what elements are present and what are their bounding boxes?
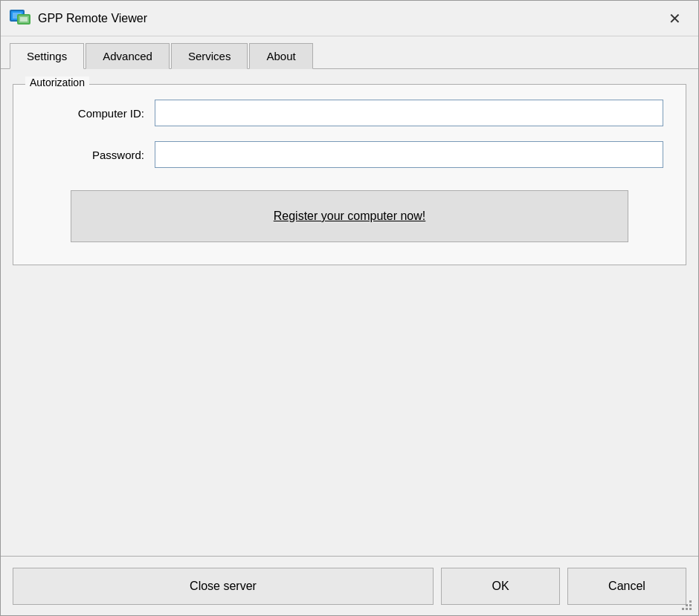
- tab-settings[interactable]: Settings: [10, 43, 84, 69]
- tab-about[interactable]: About: [249, 43, 312, 69]
- register-button[interactable]: Register your computer now!: [71, 190, 628, 242]
- cancel-button[interactable]: Cancel: [567, 568, 686, 605]
- password-input[interactable]: [155, 141, 663, 168]
- content-area: Autorization Computer ID: Password: Regi…: [1, 69, 698, 556]
- close-server-button[interactable]: Close server: [13, 568, 434, 605]
- tab-advanced[interactable]: Advanced: [86, 43, 170, 69]
- computer-id-label: Computer ID:: [36, 107, 155, 120]
- close-window-button[interactable]: ✕: [660, 4, 689, 33]
- tab-bar: Settings Advanced Services About: [1, 36, 698, 69]
- window-title: GPP Remote Viewer: [38, 12, 660, 25]
- tab-services[interactable]: Services: [171, 43, 248, 69]
- svg-rect-5: [20, 17, 28, 22]
- title-bar: GPP Remote Viewer ✕: [1, 1, 698, 36]
- password-label: Password:: [36, 149, 155, 161]
- resize-handle[interactable]: [682, 600, 692, 611]
- password-row: Password:: [36, 141, 663, 168]
- main-window: GPP Remote Viewer ✕ Settings Advanced Se…: [0, 0, 699, 616]
- bottom-bar: Close server OK Cancel: [1, 556, 698, 615]
- computer-id-input[interactable]: [155, 100, 663, 126]
- authorization-group: Autorization Computer ID: Password: Regi…: [13, 84, 686, 265]
- group-legend: Autorization: [25, 77, 89, 88]
- register-btn-container: Register your computer now!: [36, 190, 663, 242]
- computer-id-row: Computer ID:: [36, 100, 663, 126]
- app-icon: [10, 8, 30, 29]
- ok-button[interactable]: OK: [441, 568, 560, 605]
